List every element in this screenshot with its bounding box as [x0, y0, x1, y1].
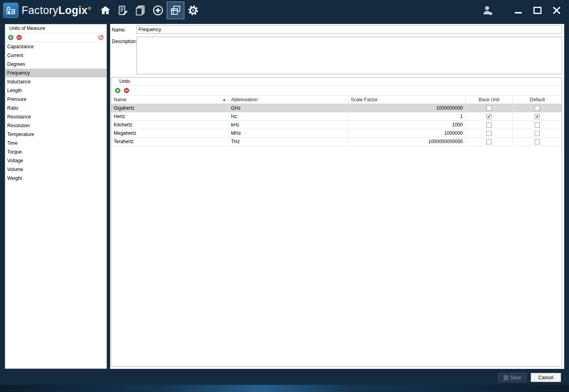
- default-checkbox[interactable]: [535, 106, 540, 111]
- sidebar-item-current[interactable]: Current: [5, 51, 107, 60]
- unit-name-cell: Terahertz: [111, 138, 229, 146]
- save-icon: [504, 375, 508, 380]
- sidebar-item-resistance[interactable]: Resistance: [5, 112, 107, 121]
- sidebar-item-pressure[interactable]: Pressure: [5, 95, 107, 104]
- table-row[interactable]: KilohertzkHz1000: [111, 121, 562, 129]
- add-unit-icon[interactable]: [115, 88, 121, 93]
- footer-bar: Save Cancel: [0, 370, 569, 385]
- panels-icon[interactable]: [167, 2, 184, 19]
- default-cell: [513, 121, 562, 129]
- cancel-button-label: Cancel: [538, 375, 553, 380]
- sidebar-item-voltage[interactable]: Voltage: [5, 156, 107, 165]
- base-unit-checkbox[interactable]: [486, 131, 492, 136]
- sort-ascending-icon: [223, 99, 226, 101]
- compass-icon[interactable]: [149, 2, 167, 19]
- sidebar-list: CapacitanceCurrentDegreesFrequencyInduct…: [5, 42, 107, 368]
- sidebar-item-capacitance[interactable]: Capacitance: [5, 42, 107, 51]
- unit-editor-panel: Name: Description: Units: [110, 24, 564, 369]
- app-title: FactoryLogix®: [22, 4, 91, 17]
- table-row[interactable]: HertzHz1: [111, 112, 562, 121]
- base-unit-cell: [466, 121, 513, 129]
- maximize-icon[interactable]: [531, 3, 544, 18]
- sidebar-item-weight[interactable]: Weight: [5, 174, 107, 183]
- base-unit-checkbox[interactable]: [486, 122, 492, 128]
- unit-name-cell: Gigahertz: [111, 104, 229, 112]
- sidebar-item-length[interactable]: Length: [5, 86, 107, 95]
- unit-scale-factor-cell: 1000: [348, 121, 466, 129]
- save-button[interactable]: Save: [498, 373, 527, 382]
- default-cell: [513, 112, 562, 120]
- table-row[interactable]: GigahertzGHz1000000000: [111, 104, 562, 112]
- splitter-grip[interactable]: [106, 214, 107, 218]
- base-unit-cell: [466, 138, 513, 146]
- sidebar-item-time[interactable]: Time: [5, 139, 107, 148]
- sidebar-item-frequency[interactable]: Frequency: [5, 69, 107, 77]
- home-icon[interactable]: [97, 2, 114, 19]
- sidebar-item-ratio[interactable]: Ratio: [5, 104, 107, 112]
- document-edit-icon[interactable]: [114, 2, 132, 19]
- sidebar-item-temperature[interactable]: Temperature: [5, 130, 107, 139]
- default-checkbox[interactable]: [535, 114, 540, 119]
- cancel-edit-icon[interactable]: [98, 35, 104, 40]
- close-icon[interactable]: [550, 3, 563, 18]
- units-toolbar: [111, 86, 562, 96]
- default-checkbox[interactable]: [535, 122, 540, 128]
- unit-abbreviation-cell: MHz: [229, 129, 348, 137]
- user-logout-icon[interactable]: [480, 2, 496, 18]
- remove-unit-icon[interactable]: [124, 88, 129, 93]
- sidebar-item-volume[interactable]: Volume: [5, 165, 107, 174]
- description-label: Description:: [111, 37, 136, 74]
- unit-scale-factor-cell: 1: [348, 112, 466, 120]
- base-unit-cell: [466, 129, 513, 137]
- unit-abbreviation-cell: Hz: [229, 112, 348, 120]
- units-panel: Units: [111, 77, 562, 367]
- default-checkbox[interactable]: [535, 131, 540, 136]
- base-unit-checkbox[interactable]: [486, 114, 492, 119]
- name-label: Name:: [111, 25, 136, 34]
- column-header-default[interactable]: Default: [513, 96, 562, 104]
- column-header-abbreviation-label: Abbreviation: [231, 97, 258, 102]
- main-nav: [97, 0, 202, 21]
- sidebar-item-degrees[interactable]: Degrees: [5, 60, 107, 69]
- column-header-name-label: Name: [114, 97, 126, 102]
- sidebar-toolbar: [5, 33, 107, 42]
- default-checkbox[interactable]: [535, 139, 540, 144]
- column-header-name[interactable]: Name: [111, 96, 229, 104]
- remove-icon[interactable]: [16, 35, 22, 40]
- base-unit-checkbox[interactable]: [486, 139, 492, 144]
- units-table-empty-area: [111, 146, 562, 366]
- units-table-body: GigahertzGHz1000000000HertzHz1Kilohertzk…: [111, 104, 562, 146]
- factorylogix-logo-icon: [3, 3, 18, 18]
- table-row[interactable]: TerahertzTHz1000000000000: [111, 138, 562, 146]
- minimize-icon[interactable]: [512, 3, 525, 18]
- unit-abbreviation-cell: kHz: [229, 121, 348, 129]
- app-window: FactoryLogix®: [0, 0, 569, 392]
- add-icon[interactable]: [8, 35, 14, 40]
- sidebar-title: Units of Measure: [5, 24, 107, 33]
- layers-icon[interactable]: [132, 2, 149, 19]
- unit-name-cell: Hertz: [111, 112, 229, 120]
- sidebar-item-resolution[interactable]: Resolution: [5, 121, 107, 130]
- column-header-scale-factor[interactable]: Scale Factor: [348, 96, 466, 104]
- column-header-abbreviation[interactable]: Abbreviation: [229, 96, 348, 104]
- default-cell: [513, 138, 562, 146]
- table-row[interactable]: MegahertzMHz1000000: [111, 129, 562, 138]
- unit-name-cell: Megahertz: [111, 129, 229, 137]
- sidebar-item-torque[interactable]: Torque: [5, 148, 107, 156]
- titlebar: FactoryLogix®: [0, 0, 569, 21]
- base-unit-checkbox[interactable]: [486, 106, 492, 111]
- base-unit-cell: [466, 112, 513, 120]
- sidebar-item-inductance[interactable]: Inductance: [5, 77, 107, 86]
- base-unit-cell: [466, 104, 513, 112]
- column-header-base-unit[interactable]: Base Unit: [466, 96, 513, 104]
- cancel-button[interactable]: Cancel: [531, 373, 561, 382]
- registered-mark: ®: [88, 6, 91, 11]
- default-cell: [513, 104, 562, 112]
- units-of-measure-panel: Units of Measure: [5, 24, 107, 369]
- name-input[interactable]: [136, 25, 562, 34]
- unit-abbreviation-cell: GHz: [229, 104, 348, 112]
- description-input[interactable]: [136, 37, 562, 74]
- column-header-scale-factor-label: Scale Factor: [351, 97, 377, 102]
- name-field-row: Name:: [111, 25, 562, 34]
- gear-icon[interactable]: [184, 2, 202, 19]
